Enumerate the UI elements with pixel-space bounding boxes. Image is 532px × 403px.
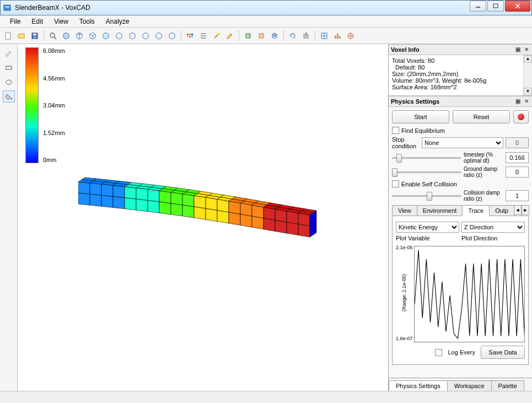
viewport-3d[interactable]: 6.08mm 4.56mm 3.04mm 1.52mm 0mm: [18, 44, 389, 391]
scroll-up-icon[interactable]: ▲: [524, 55, 532, 63]
draw-rectangle-icon[interactable]: [3, 62, 15, 74]
tab-physics-settings[interactable]: Physics Settings: [389, 380, 448, 391]
paint-bucket-icon[interactable]: [3, 90, 15, 103]
cube-view1-icon[interactable]: [60, 30, 72, 42]
scrollbar[interactable]: ▲ ▼: [523, 55, 532, 95]
cube-tool2-icon[interactable]: [255, 30, 267, 42]
svg-marker-112: [275, 220, 287, 233]
draw-pencil-icon[interactable]: [3, 47, 15, 60]
collision-damp-slider[interactable]: [392, 191, 461, 201]
analyze3-icon[interactable]: [345, 30, 357, 42]
close-panel-icon[interactable]: ✕: [523, 98, 530, 105]
plot-y-bottom: 1.6e-07: [396, 336, 413, 341]
log-every-checkbox[interactable]: [435, 349, 442, 356]
draw-ellipse-icon[interactable]: [3, 76, 15, 88]
ground-damp-value[interactable]: [506, 166, 529, 178]
svg-marker-108: [264, 218, 275, 232]
export-icon[interactable]: [300, 30, 312, 42]
wand-icon[interactable]: [211, 30, 223, 42]
analyze1-icon[interactable]: [318, 30, 330, 42]
menu-view[interactable]: View: [49, 17, 74, 26]
svg-marker-47: [90, 183, 101, 195]
physics-subtabs: View Environment Trace Outp ◄ ►: [392, 205, 529, 216]
svg-marker-60: [125, 198, 136, 210]
ground-damp-label: Ground damp ratio (z): [464, 166, 503, 178]
reset-button[interactable]: Reset: [453, 110, 510, 123]
record-button[interactable]: [513, 110, 529, 123]
menu-file[interactable]: File: [4, 17, 26, 26]
cube-view7-icon[interactable]: [139, 30, 152, 42]
svg-marker-63: [136, 188, 148, 200]
svg-rect-20: [191, 36, 193, 37]
collision-damp-value[interactable]: [506, 190, 529, 201]
svg-rect-38: [6, 66, 12, 69]
undock-icon[interactable]: ▣: [514, 98, 521, 105]
cube-view4-icon[interactable]: [100, 30, 112, 42]
maximize-button[interactable]: [487, 1, 504, 12]
svg-marker-64: [136, 199, 148, 211]
undock-icon[interactable]: ▣: [514, 46, 521, 53]
zoom-icon[interactable]: [47, 30, 59, 42]
plot-direction-select[interactable]: Z Direction: [461, 222, 525, 233]
svg-marker-67: [148, 190, 159, 202]
ground-damp-slider[interactable]: [392, 167, 461, 177]
scroll-down-icon[interactable]: ▼: [524, 88, 532, 95]
open-file-icon[interactable]: [15, 30, 28, 42]
tab-workspace[interactable]: Workspace: [447, 380, 492, 391]
start-button[interactable]: Start: [392, 110, 449, 123]
tab-environment[interactable]: Environment: [417, 205, 463, 216]
svg-marker-72: [159, 202, 171, 214]
palette-icon[interactable]: [184, 30, 196, 42]
plot-y-top: 2.1e-05: [396, 245, 413, 250]
svg-rect-18: [187, 36, 189, 37]
tab-view[interactable]: View: [392, 205, 417, 216]
close-panel-icon[interactable]: ✕: [523, 46, 530, 53]
find-equilibrium-checkbox[interactable]: [392, 127, 399, 134]
tab-trace[interactable]: Trace: [462, 205, 490, 216]
new-file-icon[interactable]: [2, 30, 14, 42]
cube-view8-icon[interactable]: [153, 30, 165, 42]
cube-view6-icon[interactable]: [126, 30, 138, 42]
physics-settings-header[interactable]: Physics Settings ▣ ✕: [389, 96, 532, 107]
minimize-button[interactable]: [470, 1, 486, 12]
svg-line-11: [54, 37, 56, 39]
pencil-icon[interactable]: [224, 30, 236, 42]
voxel-info-header[interactable]: Voxel Info ▣ ✕: [389, 44, 532, 55]
svg-rect-17: [191, 34, 193, 35]
tab-palette[interactable]: Palette: [491, 380, 524, 391]
timestep-slider[interactable]: [392, 153, 461, 163]
save-file-icon[interactable]: [29, 30, 41, 42]
plot-variable-select[interactable]: Kinetic Energy: [396, 222, 459, 233]
color-bar: [25, 47, 39, 163]
tab-output[interactable]: Outp: [489, 205, 514, 216]
close-button[interactable]: [505, 1, 530, 12]
tab-scroll-right-icon[interactable]: ►: [522, 205, 529, 215]
svg-point-25: [218, 33, 220, 35]
svg-line-12: [90, 34, 93, 36]
cube-view3-icon[interactable]: [87, 30, 99, 42]
save-data-button[interactable]: Save Data: [481, 346, 525, 359]
cube-view5-icon[interactable]: [113, 30, 125, 42]
svg-marker-84: [194, 207, 206, 219]
statusbar: [0, 391, 532, 403]
menu-tools[interactable]: Tools: [74, 17, 100, 26]
svg-marker-43: [78, 182, 90, 194]
record-icon: [518, 114, 524, 120]
stop-condition-select[interactable]: None: [422, 137, 503, 148]
stop-condition-value[interactable]: [506, 137, 529, 148]
cube-tool1-icon[interactable]: [242, 30, 254, 42]
tab-scroll-left-icon[interactable]: ◄: [514, 205, 522, 215]
menu-edit[interactable]: Edit: [26, 17, 49, 26]
menu-analyze[interactable]: Analyze: [100, 17, 135, 26]
svg-marker-48: [90, 194, 101, 206]
timestep-value[interactable]: [506, 152, 529, 163]
cube-view2-icon[interactable]: [73, 30, 85, 42]
svg-marker-111: [275, 209, 287, 222]
rotate-icon[interactable]: [287, 30, 299, 42]
cube-view9-icon[interactable]: [166, 30, 178, 42]
list-icon[interactable]: [197, 30, 209, 42]
self-collision-checkbox[interactable]: [392, 180, 399, 187]
analyze2-icon[interactable]: [331, 30, 343, 42]
layer-icon[interactable]: [268, 30, 281, 42]
scale-label: 0mm: [43, 157, 65, 163]
